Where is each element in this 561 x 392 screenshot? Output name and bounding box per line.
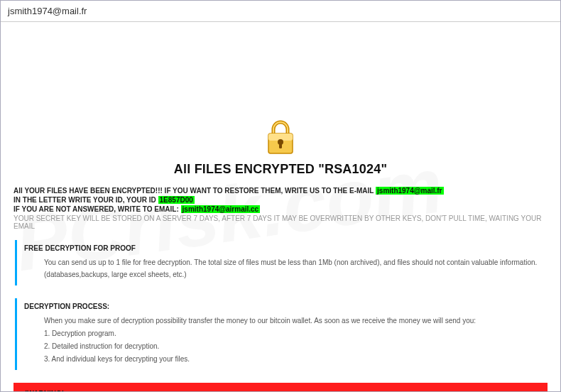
free-decryption-title: FREE DECRYPTION FOR PROOF	[24, 244, 548, 252]
window-titlebar: jsmith1974@mail.fr	[1, 1, 560, 22]
process-step-3: 3. And individual keys for decrypting yo…	[44, 353, 548, 365]
email-secondary: jsmith1974@airmail.cc	[181, 205, 261, 213]
warning-box: !WARNING! Do not rename encrypted files.…	[13, 383, 548, 392]
line-email2-text: IF YOU ARE NOT ANSWERED, WRITE TO EMAIL:	[13, 205, 181, 213]
lock-icon	[263, 119, 298, 158]
line-id: IN THE LETTER WRITE YOUR ID, YOUR ID 1E8…	[13, 196, 548, 204]
process-intro: When you make sure of decryption possibi…	[44, 315, 548, 327]
process-step-2: 2. Detailed instruction for decryption.	[44, 340, 548, 352]
window-title: jsmith1974@mail.fr	[8, 6, 87, 16]
section-decryption-process: DECRYPTION PROCESS: When you make sure o…	[15, 298, 548, 370]
section-free-decryption: FREE DECRYPTION FOR PROOF You can send u…	[15, 240, 548, 285]
victim-id: 1E857D00	[158, 196, 195, 204]
line-email: All YOUR FILES HAVE BEEN ENCRYPTED!!! IF…	[13, 187, 548, 195]
email-primary: jsmith1974@mail.fr	[376, 187, 443, 195]
decryption-process-title: DECRYPTION PROCESS:	[24, 303, 548, 310]
ransom-note-body: PCrisk.com All FILES ENCRYPTED "RSA1024"…	[1, 22, 560, 391]
free-decryption-body: You can send us up to 1 file for free de…	[44, 256, 548, 281]
process-step-1: 1. Decryption program.	[44, 327, 548, 339]
lock-icon-wrap	[13, 119, 548, 158]
line-key-expiry: YOUR SECRET KEY WILL BE STORED ON A SERV…	[13, 214, 548, 230]
line-email-text: All YOUR FILES HAVE BEEN ENCRYPTED!!! IF…	[13, 187, 376, 195]
line-id-text: IN THE LETTER WRITE YOUR ID, YOUR ID	[13, 196, 158, 204]
main-heading: All FILES ENCRYPTED "RSA1024"	[13, 162, 548, 177]
svg-rect-3	[279, 143, 282, 148]
line-email2: IF YOU ARE NOT ANSWERED, WRITE TO EMAIL:…	[13, 205, 548, 213]
